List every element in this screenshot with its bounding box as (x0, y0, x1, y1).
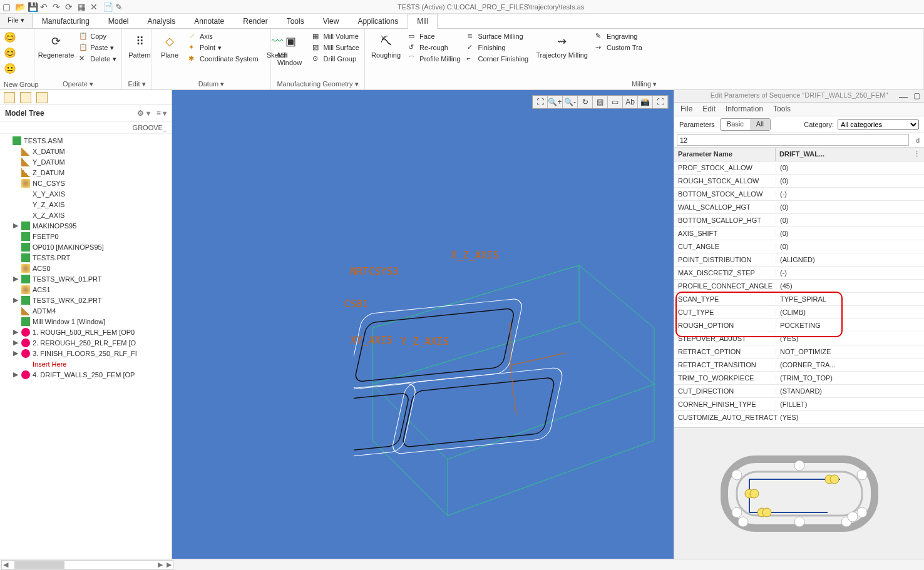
tree-node[interactable]: X_Y_AXIS (4, 188, 172, 199)
param-row[interactable]: PROF_STOCK_ALLOW(0) (674, 161, 924, 175)
th-name[interactable]: Parameter Name (674, 148, 776, 161)
axis-button[interactable]: ⟋Axis (187, 31, 260, 41)
tree-node[interactable]: Y_DATUM (4, 156, 172, 167)
toggle-all[interactable]: All (750, 119, 770, 130)
tree-icon-2[interactable] (20, 92, 31, 103)
save-icon[interactable]: 💾 (28, 2, 38, 12)
pattern-button[interactable]: ⠿Pattern (126, 31, 153, 60)
tree-settings-icon[interactable]: ⚙ ▾ ≡ ▾ (137, 109, 167, 118)
tab-model[interactable]: Model (99, 14, 138, 28)
tree-node[interactable]: ▶1. ROUGH_500_RLR_FEM [OP0 (4, 327, 172, 337)
rerough-button[interactable]: ↺Re-rough (407, 43, 461, 53)
tree-node[interactable]: TESTS.PRT (4, 252, 172, 263)
undo-icon[interactable]: ↶ (40, 2, 50, 12)
param-row[interactable]: PROFILE_CONNECT_ANGLE(45) (674, 280, 924, 293)
param-row[interactable]: ROUGH_STOCK_ALLOW(0) (674, 175, 924, 188)
close-icon[interactable]: ✕ (90, 2, 100, 12)
shade-icon[interactable]: ▨ (593, 96, 608, 108)
new-icon[interactable]: ▢ (3, 2, 13, 12)
point-button[interactable]: ✶Point ▾ (187, 43, 260, 53)
millwindow-button[interactable]: ▣Mill Window (275, 31, 307, 68)
tab-manufacturing[interactable]: Manufacturing (33, 14, 99, 28)
named-icon[interactable]: Ab (623, 96, 638, 108)
zoomin-icon[interactable]: 🔍+ (548, 96, 563, 108)
param-row[interactable]: SCAN_TYPETYPE_SPIRAL (674, 293, 924, 306)
redo-icon[interactable]: ↷ (53, 2, 63, 12)
basic-all-toggle[interactable]: Basic All (720, 118, 771, 131)
tree-node[interactable]: ▶MAKINOPS95 (4, 220, 172, 231)
measure-icon[interactable]: ✎ (115, 2, 125, 12)
tree-node[interactable]: Mill Window 1 [Window] (4, 316, 172, 327)
regenerate-button[interactable]: ⟳Regenerate (38, 31, 74, 60)
tree-node[interactable]: ▶TESTS_WRK_01.PRT (4, 273, 172, 284)
delete-button[interactable]: ✕Delete ▾ (78, 54, 118, 64)
surfacemilling-button[interactable]: ≋Surface Milling (466, 31, 530, 41)
tree-node[interactable]: Y_Z_AXIS (4, 199, 172, 210)
panel-menu-edit[interactable]: Edit (702, 104, 716, 114)
paste-button[interactable]: 📋Paste ▾ (78, 43, 118, 53)
tab-view[interactable]: View (314, 14, 349, 28)
millvolume-button[interactable]: ▦Mill Volume (311, 31, 361, 41)
close-panel-icon[interactable]: ▢ (913, 91, 920, 100)
cornerfinishing-button[interactable]: ⌐Corner Finishing (466, 54, 530, 64)
param-row[interactable]: AXIS_SHIFT(0) (674, 227, 924, 240)
tree-node[interactable]: ▶2. REROUGH_250_RLR_FEM [O (4, 337, 172, 348)
param-row[interactable]: MAX_DISCRETIZ_STEP(-) (674, 267, 924, 280)
tree-node[interactable]: ACS0 (4, 263, 172, 273)
tree-node[interactable]: ▶TESTS_WRK_02.PRT (4, 295, 172, 305)
tab-analysis[interactable]: Analysis (138, 14, 185, 28)
model-tree[interactable]: TESTS.ASMX_DATUMY_DATUMZ_DATUMNC_CSYSX_Y… (0, 134, 172, 559)
zoomout-icon[interactable]: 🔍- (563, 96, 578, 108)
tree-icon-1[interactable] (4, 92, 15, 103)
tab-mill[interactable]: Mill (408, 14, 438, 29)
tree-node[interactable]: X_Z_AXIS (4, 210, 172, 220)
perspective-icon[interactable]: ⛶ (653, 96, 668, 108)
refit-icon[interactable]: ⛶ (533, 96, 548, 108)
param-row[interactable]: RETRACT_OPTIONNOT_OPTIMIZE (674, 345, 924, 359)
tree-node[interactable]: FSETP0 (4, 231, 172, 242)
tree-node[interactable]: TESTS.ASM (4, 135, 172, 146)
param-row[interactable]: WALL_SCALLOP_HGT(0) (674, 201, 924, 214)
regen-icon[interactable]: ⟳ (65, 2, 75, 12)
param-row[interactable]: BOTTOM_STOCK_ALLOW(-) (674, 188, 924, 201)
roughing-button[interactable]: ⛏Roughing (369, 31, 403, 60)
param-row[interactable]: CUT_ANGLE(0) (674, 240, 924, 253)
search-clear-icon[interactable]: d (911, 133, 924, 147)
tree-node[interactable]: X_DATUM (4, 146, 172, 156)
tree-node[interactable]: Insert Here (4, 359, 172, 369)
note-icon[interactable]: 📄 (103, 2, 113, 12)
tab-render[interactable]: Render (234, 14, 277, 28)
panel-menu-info[interactable]: Information (726, 104, 763, 114)
param-row[interactable]: TRIM_TO_WORKPIECE(TRIM_TO_TOP) (674, 372, 924, 385)
tree-node[interactable]: NC_CSYS (4, 178, 172, 188)
parameter-table[interactable]: Parameter Name DRIFT_WAL...⋮ PROF_STOCK_… (674, 148, 924, 427)
copy-button[interactable]: 📋Copy (78, 31, 118, 41)
tree-node[interactable]: ACS1 (4, 284, 172, 295)
profile-button[interactable]: ⌒Profile Milling (407, 54, 461, 64)
param-row[interactable]: POCKET_EXTEND(TOOL_ON) (674, 424, 924, 427)
engraving-button[interactable]: ✎Engraving (594, 31, 644, 41)
hidden-icon[interactable]: ▭ (608, 96, 623, 108)
tree-node[interactable]: ▶4. DRIFT_WALLS_250_FEM [OP (4, 369, 172, 380)
windows-icon[interactable]: ▦ (78, 2, 88, 12)
param-row[interactable]: CORNER_FINISH_TYPE(FILLET) (674, 398, 924, 411)
param-row[interactable]: STEPOVER_ADJUST(YES) (674, 332, 924, 345)
category-select[interactable]: All categories (838, 120, 919, 130)
millsurface-button[interactable]: ▧Mill Surface (311, 43, 361, 53)
graphics-viewport[interactable]: ⛶ 🔍+ 🔍- ↻ ▨ ▭ Ab 📸 ⛶ (172, 90, 674, 559)
tab-tools[interactable]: Tools (277, 14, 314, 28)
open-icon[interactable]: 📂 (15, 2, 25, 12)
param-row[interactable]: POINT_DISTRIBUTION(ALIGNED) (674, 253, 924, 267)
face-button[interactable]: ▭Face (407, 31, 461, 41)
param-search-input[interactable] (677, 134, 909, 146)
tab-annotate[interactable]: Annotate (185, 14, 234, 28)
param-row[interactable]: CUSTOMIZE_AUTO_RETRACT(YES) (674, 411, 924, 424)
finishing-button[interactable]: ✓Finishing (466, 43, 530, 53)
trajectory-button[interactable]: ⇝Trajectory Milling (533, 31, 590, 60)
tree-node[interactable]: Z_DATUM (4, 167, 172, 178)
minimize-icon[interactable]: — (899, 91, 908, 101)
param-row[interactable]: BOTTOM_SCALLOP_HGT(0) (674, 214, 924, 227)
customtraj-button[interactable]: ⇢Custom Tra (594, 43, 644, 53)
repaint-icon[interactable]: ↻ (578, 96, 593, 108)
param-row[interactable]: CUT_DIRECTION(STANDARD) (674, 385, 924, 398)
